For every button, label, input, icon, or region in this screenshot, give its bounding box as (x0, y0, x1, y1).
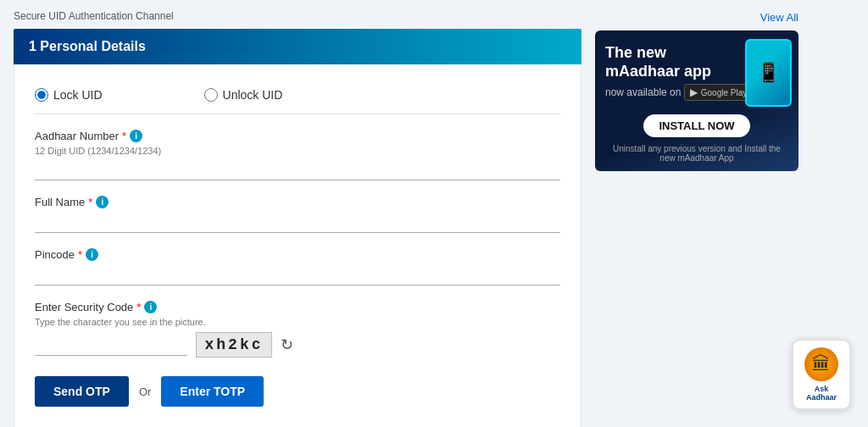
captcha-image: xh2kc (196, 332, 272, 358)
or-text: Or (139, 385, 151, 398)
ask-aadhaar-widget[interactable]: 🏛 Ask Aadhaar (792, 339, 851, 410)
unlock-uid-option[interactable]: Unlock UID (204, 88, 283, 102)
aadhaar-input[interactable] (35, 159, 560, 180)
section-number: 1 (29, 39, 36, 53)
security-code-required: * (136, 301, 141, 313)
security-code-input[interactable] (35, 335, 187, 356)
fullname-label: Full Name * i (35, 196, 560, 208)
aadhaar-label: Aadhaar Number * i (35, 130, 560, 142)
unlock-uid-label: Unlock UID (223, 88, 283, 102)
pincode-info-icon[interactable]: i (86, 248, 98, 261)
ad-playstore-badge: ▶ Google Play (684, 84, 753, 101)
uid-mode-selector: Lock UID Unlock UID (35, 80, 560, 114)
lock-uid-radio[interactable] (35, 88, 48, 102)
lock-uid-option[interactable]: Lock UID (35, 88, 103, 102)
pincode-label: Pincode * i (35, 248, 560, 261)
action-row: Send OTP Or Enter TOTP (35, 376, 560, 407)
ad-banner: 📱 The new mAadhaar app now available on … (595, 30, 798, 171)
lock-uid-label: Lock UID (53, 88, 103, 102)
send-otp-button[interactable]: Send OTP (35, 376, 129, 407)
security-code-group: Enter Security Code * i Type the charact… (35, 301, 560, 358)
playstore-icon: ▶ (690, 86, 698, 98)
ad-phone-image: 📱 (745, 39, 792, 107)
ask-aadhaar-label: Ask Aadhaar (800, 385, 843, 402)
security-code-label: Enter Security Code * i (35, 301, 560, 313)
fullname-info-icon[interactable]: i (96, 196, 108, 208)
section-body: Lock UID Unlock UID Aadhaar Number * i 1… (14, 64, 581, 427)
fullname-group: Full Name * i (35, 196, 560, 233)
unlock-uid-radio[interactable] (204, 88, 218, 102)
channel-label: Secure UID Authentication Channel (14, 10, 581, 22)
aadhaar-info-icon[interactable]: i (130, 130, 142, 142)
aadhaar-logo-icon: 🏛 (812, 353, 831, 375)
refresh-captcha-icon[interactable]: ↻ (281, 336, 293, 354)
fullname-input[interactable] (35, 212, 560, 233)
security-code-hint: Type the character you see in the pictur… (35, 317, 560, 327)
pincode-group: Pincode * i (35, 248, 560, 286)
ask-aadhaar-logo: 🏛 (804, 347, 838, 381)
enter-totp-button[interactable]: Enter TOTP (161, 376, 264, 407)
security-code-row: xh2kc ↻ (35, 332, 560, 358)
pincode-required: * (78, 248, 82, 261)
security-code-info-icon[interactable]: i (144, 301, 157, 313)
sidebar: View All 📱 The new mAadhaar app now avai… (595, 10, 798, 427)
pincode-input[interactable] (35, 264, 560, 286)
view-all-anchor[interactable]: View All (760, 11, 798, 24)
main-content: Secure UID Authentication Channel 1 Pers… (14, 10, 581, 427)
aadhaar-required: * (122, 130, 126, 142)
fullname-required: * (88, 196, 92, 208)
aadhaar-hint: 12 Digit UID (1234/1234/1234) (35, 146, 560, 156)
section-title: Personal Details (40, 39, 146, 53)
ad-note: Uninstall any previous version and Insta… (605, 144, 788, 163)
install-now-button[interactable]: INSTALL NOW (643, 114, 749, 137)
ad-title-line2: mAadhaar app (605, 63, 711, 80)
section-header: 1 Personal Details (14, 29, 581, 64)
view-all-link[interactable]: View All (595, 10, 798, 24)
aadhaar-group: Aadhaar Number * i 12 Digit UID (1234/12… (35, 130, 560, 180)
